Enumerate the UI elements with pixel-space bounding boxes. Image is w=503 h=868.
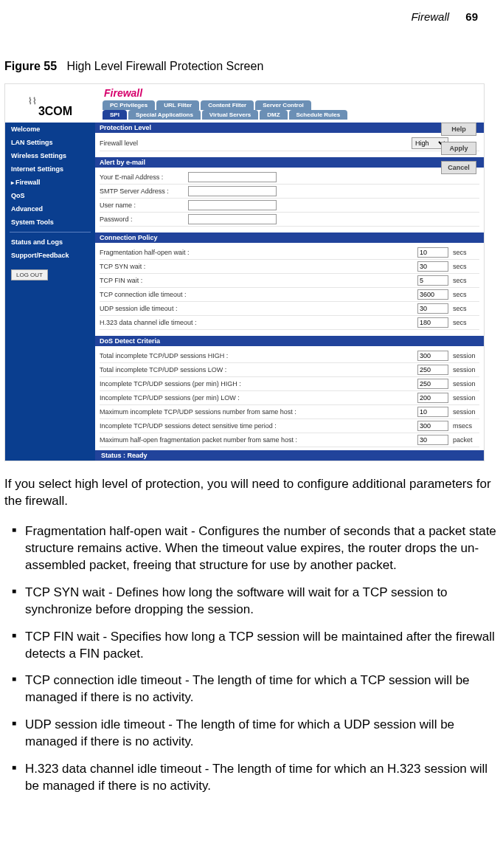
dos-row: Total incomplete TCP/UDP sessions LOW :s… bbox=[100, 363, 479, 377]
main-panel: Firewall PC Privileges URL Filter Conten… bbox=[95, 84, 484, 461]
nav-advanced[interactable]: Advanced bbox=[5, 202, 95, 216]
header-section: Firewall bbox=[411, 10, 449, 23]
figure-label: Figure 55 bbox=[4, 60, 57, 72]
nav-internet-settings[interactable]: Internet Settings bbox=[5, 162, 95, 176]
row-smtp-server: SMTP Server Address : bbox=[100, 185, 479, 199]
dos-input[interactable] bbox=[417, 365, 448, 375]
figure-caption: Figure 55 High Level Firewall Protection… bbox=[4, 60, 503, 73]
connpolicy-input[interactable] bbox=[417, 247, 448, 258]
connpolicy-row: H.323 data channel idle timeout :secs bbox=[100, 316, 479, 330]
row-username: User name : bbox=[100, 199, 479, 213]
connpolicy-unit: secs bbox=[448, 263, 479, 270]
dos-input[interactable] bbox=[417, 393, 448, 403]
connpolicy-row: TCP SYN wait :secs bbox=[100, 260, 479, 274]
dos-row: Incomplete TCP/UDP sessions (per min) HI… bbox=[100, 377, 479, 391]
dos-label: Total incomplete TCP/UDP sessions LOW : bbox=[100, 366, 417, 373]
dos-unit: session bbox=[448, 394, 479, 402]
figure-caption-text: High Level Firewall Protection Screen bbox=[66, 60, 263, 72]
input-password[interactable] bbox=[188, 214, 277, 224]
dos-unit: session bbox=[448, 408, 479, 416]
nav-system-tools[interactable]: System Tools bbox=[5, 216, 95, 229]
bullet-tcp-fin-wait: TCP FIN wait - Specifies how long a TCP … bbox=[4, 629, 499, 673]
tab-dmz[interactable]: DMZ bbox=[260, 110, 287, 120]
nav-welcome[interactable]: Welcome bbox=[5, 123, 95, 136]
connpolicy-label: TCP SYN wait : bbox=[100, 263, 417, 270]
page-header: Firewall 69 bbox=[0, 0, 503, 30]
tab-content-filter[interactable]: Content Filter bbox=[201, 100, 254, 110]
tab-virtual-servers[interactable]: Virtual Servers bbox=[202, 110, 258, 120]
nav-qos[interactable]: QoS bbox=[5, 189, 95, 202]
nav-lan-settings[interactable]: LAN Settings bbox=[5, 136, 95, 149]
tab-spi[interactable]: SPI bbox=[103, 110, 127, 120]
connpolicy-input[interactable] bbox=[417, 275, 448, 286]
dos-label: Maximum half-open fragmentation packet n… bbox=[100, 436, 417, 444]
tab-pc-privileges[interactable]: PC Privileges bbox=[103, 100, 155, 110]
dos-input[interactable] bbox=[417, 379, 448, 389]
section-dos-detect: DoS Detect Criteria bbox=[95, 336, 484, 346]
logo-swoosh-icon: ⌇⌇ bbox=[28, 96, 37, 106]
connpolicy-unit: secs bbox=[448, 249, 479, 256]
nav-firewall[interactable]: Firewall bbox=[5, 176, 95, 189]
bullet-tcp-syn-wait: TCP SYN wait - Defines how long the soft… bbox=[4, 585, 499, 629]
logout-button[interactable]: LOG OUT bbox=[11, 269, 48, 280]
logo-text: 3COM bbox=[38, 105, 72, 118]
connpolicy-row: TCP connection idle timeout :secs bbox=[100, 288, 479, 302]
connpolicy-unit: secs bbox=[448, 291, 479, 298]
dos-unit: msecs bbox=[448, 422, 479, 430]
cancel-button[interactable]: Cancel bbox=[441, 161, 476, 174]
dos-label: Incomplete TCP/UDP sessions detect sensi… bbox=[100, 422, 417, 430]
dos-input[interactable] bbox=[417, 407, 448, 417]
panel-title: Firewall bbox=[95, 84, 484, 100]
input-smtp-server[interactable] bbox=[188, 186, 277, 196]
connpolicy-label: UDP session idle timeout : bbox=[100, 305, 417, 312]
connpolicy-input[interactable] bbox=[417, 303, 448, 314]
connpolicy-row: TCP FIN wait :secs bbox=[100, 274, 479, 288]
tab-schedule-rules[interactable]: Schedule Rules bbox=[289, 110, 348, 120]
sidebar: ⌇⌇ 3COM Welcome LAN Settings Wireless Se… bbox=[5, 84, 95, 461]
nav-status-logs[interactable]: Status and Logs bbox=[5, 235, 95, 249]
bullet-h323-idle-timeout: H.323 data channel idle timeout - The le… bbox=[4, 761, 499, 805]
dos-row: Maximum incomplete TCP/UDP sessions numb… bbox=[100, 405, 479, 419]
dos-row: Incomplete TCP/UDP sessions (per min) LO… bbox=[100, 391, 479, 405]
dos-input[interactable] bbox=[417, 351, 448, 361]
dos-row: Maximum half-open fragmentation packet n… bbox=[100, 433, 479, 447]
status-bar: Status : Ready bbox=[95, 450, 484, 461]
dos-unit: session bbox=[448, 380, 479, 388]
row-firewall-level: Firewall level High bbox=[100, 136, 479, 151]
section-connection-policy: Connection Policy bbox=[95, 232, 484, 243]
dos-label: Maximum incomplete TCP/UDP sessions numb… bbox=[100, 408, 417, 416]
dos-input[interactable] bbox=[417, 421, 448, 431]
connpolicy-label: H.323 data channel idle timeout : bbox=[100, 319, 417, 326]
dos-label: Incomplete TCP/UDP sessions (per min) LO… bbox=[100, 394, 417, 402]
label-firewall-level: Firewall level bbox=[100, 140, 412, 147]
bullet-frag-half-open: Fragmentation half-open wait - Configure… bbox=[4, 523, 499, 585]
dos-unit: session bbox=[448, 352, 479, 359]
input-email-address[interactable] bbox=[188, 172, 277, 182]
tab-url-filter[interactable]: URL Filter bbox=[156, 100, 199, 110]
connpolicy-input[interactable] bbox=[417, 261, 448, 272]
nav-wireless-settings[interactable]: Wireless Settings bbox=[5, 149, 95, 162]
apply-button[interactable]: Apply bbox=[441, 142, 476, 155]
row-password: Password : bbox=[100, 213, 479, 227]
connpolicy-label: TCP connection idle timeout : bbox=[100, 291, 417, 298]
dos-unit: session bbox=[448, 366, 479, 373]
nav-support-feedback[interactable]: Support/Feedback bbox=[5, 249, 95, 262]
input-username[interactable] bbox=[188, 200, 277, 210]
connpolicy-unit: secs bbox=[448, 305, 479, 312]
connpolicy-row: Fragmentation half-open wait :secs bbox=[100, 246, 479, 260]
bullet-udp-idle-timeout: UDP session idle timeout - The length of… bbox=[4, 717, 499, 761]
page-number: 69 bbox=[465, 10, 478, 23]
dos-input[interactable] bbox=[417, 435, 448, 445]
dos-label: Total incomplete TCP/UDP sessions HIGH : bbox=[100, 352, 417, 359]
connpolicy-input[interactable] bbox=[417, 289, 448, 300]
bullet-tcp-idle-timeout: TCP connection idle timeout - The length… bbox=[4, 672, 499, 717]
tab-special-applications[interactable]: Special Applications bbox=[128, 110, 201, 120]
connpolicy-input[interactable] bbox=[417, 317, 448, 328]
dos-row: Total incomplete TCP/UDP sessions HIGH :… bbox=[100, 349, 479, 363]
dos-row: Incomplete TCP/UDP sessions detect sensi… bbox=[100, 419, 479, 433]
tabs-lower: SPI Special Applications Virtual Servers… bbox=[95, 110, 484, 120]
help-button[interactable]: Help bbox=[441, 123, 476, 136]
action-buttons: Help Apply Cancel bbox=[441, 123, 476, 174]
tabs-upper: PC Privileges URL Filter Content Filter … bbox=[95, 100, 484, 110]
tab-server-control[interactable]: Server Control bbox=[255, 100, 311, 110]
